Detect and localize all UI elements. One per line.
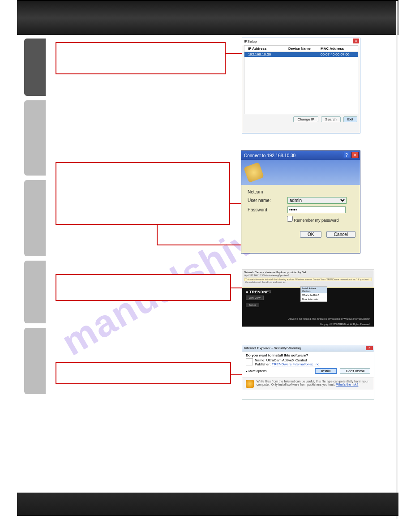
install-button[interactable]: Install — [315, 368, 338, 374]
page-header-bar — [17, 0, 398, 35]
auth-dialog: Connect to 192.168.10.30 ? × Netcam User… — [241, 150, 360, 253]
col-mac: MAC Address — [321, 47, 355, 51]
change-ip-button[interactable]: Change IP — [293, 116, 318, 122]
pub-label: Publisher: — [255, 362, 271, 366]
infobar-context-menu: Install ActiveX Control... What's the Ri… — [300, 286, 327, 302]
ipsetup-button-bar: Change IP Search Exit — [242, 114, 360, 124]
security-warning-dialog: Internet Explorer - Security Warning × D… — [242, 345, 374, 399]
side-tab-5[interactable] — [24, 328, 46, 394]
ipsetup-window: IPSetup × IP Address Device Name MAC Add… — [242, 38, 360, 133]
callout-box-3 — [56, 274, 231, 301]
close-icon[interactable]: × — [351, 152, 359, 158]
password-input[interactable] — [287, 206, 346, 213]
remember-label: Remember my password — [294, 218, 339, 223]
callout-box-2 — [56, 162, 230, 225]
username-input[interactable]: admin — [287, 197, 347, 204]
ipsetup-row-selected[interactable]: 192.168.10.30 00 07 40 00 07 00 — [244, 52, 358, 57]
name-label: Name: — [255, 358, 265, 362]
side-tab-4[interactable] — [24, 261, 46, 323]
remember-row: Remember my password — [287, 216, 355, 223]
browser-tab-title: Network Camera - Internet Explorer provi… — [244, 271, 372, 274]
ok-button[interactable]: OK — [300, 231, 321, 238]
live-view-button[interactable]: Live View — [246, 296, 264, 300]
username-label: User name: — [248, 198, 286, 203]
callout-box-4 — [56, 362, 231, 384]
page-body: manualshive.com IPSetup × IP Address Dev… — [17, 35, 398, 492]
col-ip: IP Address — [248, 47, 288, 51]
secwarn-footer: While files from the Internet can be use… — [242, 378, 374, 390]
browser-window: Network Camera - Internet Explorer provi… — [242, 270, 374, 327]
ipsetup-columns: IP Address Device Name MAC Address — [244, 46, 358, 52]
menu-whats-risk[interactable]: What's the Risk? — [301, 293, 327, 297]
callout-line-2b-v — [157, 225, 158, 245]
close-icon[interactable]: × — [353, 39, 359, 43]
help-icon[interactable]: ? — [343, 152, 350, 158]
auth-titlebar: Connect to 192.168.10.30 ? × — [241, 151, 360, 160]
col-name: Device Name — [288, 47, 321, 51]
cell-ip: 192.168.10.30 — [248, 52, 288, 56]
auth-realm: Netcam — [248, 189, 355, 194]
side-tabs — [24, 39, 47, 399]
secwarn-question: Do you want to install this software? — [246, 353, 370, 357]
ipsetup-titlebar: IPSetup × — [242, 38, 360, 45]
browser-chrome: Network Camera - Internet Explorer provi… — [242, 270, 374, 288]
ipsetup-list: IP Address Device Name MAC Address 192.1… — [244, 45, 358, 114]
setup-button[interactable]: Setup — [246, 303, 259, 307]
search-button[interactable]: Search — [321, 116, 340, 122]
cell-mac: 00 07 40 00 07 00 — [321, 52, 355, 56]
more-options[interactable]: ▸ More options — [246, 369, 312, 373]
whats-risk-link[interactable]: What's the risk? — [336, 383, 359, 386]
callout-box-1 — [56, 42, 226, 74]
copyright: Copyright © 2008 TRENDnet. All Rights Re… — [320, 323, 370, 326]
password-label: Password: — [248, 207, 286, 212]
trendnet-logo: ● TRENDNET — [246, 290, 271, 294]
side-tab-2[interactable] — [24, 100, 46, 176]
menu-install-activex[interactable]: Install ActiveX Control... — [301, 287, 327, 293]
remember-checkbox[interactable] — [287, 216, 293, 222]
side-tab-1[interactable] — [24, 39, 46, 96]
shield-icon — [246, 380, 254, 388]
auth-banner — [241, 160, 360, 185]
software-icon — [246, 358, 253, 365]
publisher-link[interactable]: TRENDware International, Inc. — [272, 362, 321, 366]
ipsetup-title: IPSetup — [244, 39, 257, 43]
secwarn-titlebar: Internet Explorer - Security Warning × — [242, 345, 374, 352]
auth-body: Netcam User name: admin Password: Rememb… — [241, 185, 360, 226]
browser-address[interactable]: http://192.168.10.30/admin/view.cgi?prof… — [244, 274, 372, 277]
secwarn-title: Internet Explorer - Security Warning — [244, 346, 301, 350]
software-name: UltraCam ActiveX Control — [266, 358, 307, 362]
dont-install-button[interactable]: Don't Install — [340, 368, 370, 374]
cancel-button[interactable]: Cancel — [326, 231, 355, 238]
auth-title: Connect to 192.168.10.30 — [244, 153, 295, 158]
auth-button-bar: OK Cancel — [241, 226, 360, 240]
keys-icon — [244, 162, 264, 183]
page-footer-bar — [17, 493, 398, 516]
activex-message: ActiveX is not installed. This function … — [288, 317, 370, 320]
secwarn-body: Do you want to install this software? Na… — [242, 352, 374, 376]
close-icon[interactable]: × — [366, 346, 373, 350]
cell-name — [288, 52, 321, 56]
activex-infobar[interactable]: This website wants to install the follow… — [244, 278, 372, 281]
menu-more-info[interactable]: More Information — [301, 297, 327, 301]
side-tab-3[interactable] — [24, 180, 46, 256]
exit-button[interactable]: Exit — [343, 116, 357, 122]
